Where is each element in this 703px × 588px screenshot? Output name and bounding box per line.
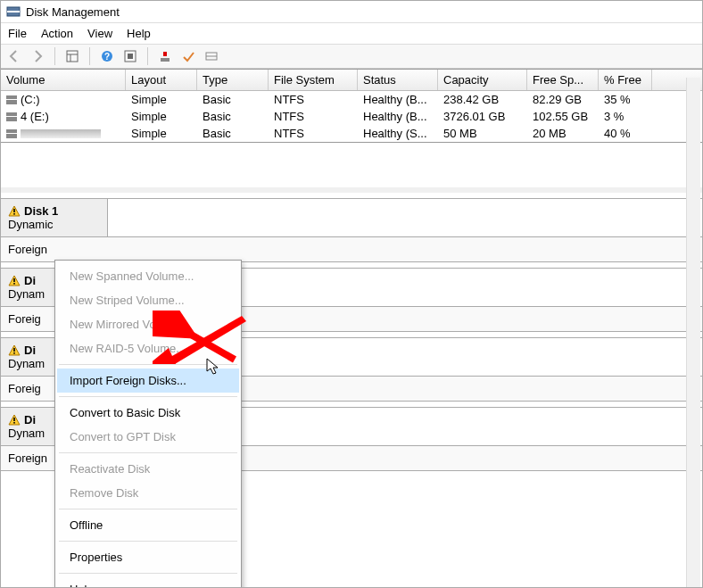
menu-remove[interactable]: Remove Disk: [57, 481, 239, 505]
warning-icon: [8, 344, 21, 357]
header-status[interactable]: Status: [358, 70, 438, 90]
menu-help[interactable]: Help: [57, 577, 239, 588]
menu-new-spanned[interactable]: New Spanned Volume...: [57, 264, 239, 288]
volume-header-row: Volume Layout Type File System Status Ca…: [1, 70, 702, 91]
warning-icon: [8, 414, 21, 427]
back-button[interactable]: [4, 46, 24, 66]
svg-rect-19: [13, 422, 15, 424]
svg-rect-2: [67, 51, 78, 62]
svg-rect-1: [7, 11, 20, 12]
warning-icon: [8, 275, 21, 287]
toolbar: ?: [1, 45, 702, 69]
svg-rect-14: [13, 278, 15, 282]
svg-rect-16: [13, 348, 15, 352]
table-row[interactable]: (C:)SimpleBasicNTFSHealthy (B...238.42 G…: [1, 91, 702, 108]
menu-action[interactable]: Action: [41, 27, 73, 40]
forward-button[interactable]: [28, 46, 47, 66]
header-volume[interactable]: Volume: [1, 70, 126, 90]
drive-icon: [6, 112, 17, 121]
table-row[interactable]: 4 (E:)SimpleBasicNTFSHealthy (B...3726.0…: [1, 108, 702, 125]
menu-convert-basic[interactable]: Convert to Basic Disk: [57, 401, 239, 425]
header-capacity[interactable]: Capacity: [438, 70, 527, 90]
menu-file[interactable]: File: [8, 27, 27, 40]
menu-offline[interactable]: Offline: [57, 513, 239, 537]
svg-line-20: [161, 318, 235, 360]
window-title: Disk Management: [26, 5, 120, 19]
svg-text:?: ?: [104, 52, 110, 62]
cursor-icon: [206, 358, 222, 376]
action-button-3[interactable]: [202, 46, 221, 66]
menu-help[interactable]: Help: [127, 27, 151, 40]
drive-icon: [6, 129, 17, 138]
table-row[interactable]: SimpleBasicNTFSHealthy (S...50 MB20 MB40…: [1, 125, 702, 142]
svg-rect-8: [128, 54, 133, 59]
header-type[interactable]: Type: [197, 70, 269, 90]
svg-rect-18: [13, 418, 15, 421]
app-icon: [6, 4, 21, 19]
disk-block[interactable]: Disk 1DynamicForeign: [1, 198, 702, 262]
menu-view[interactable]: View: [87, 27, 112, 40]
menu-new-striped[interactable]: New Striped Volume...: [57, 288, 239, 312]
annotation-arrow: [153, 311, 251, 373]
action-button-1[interactable]: [155, 46, 175, 66]
svg-rect-17: [13, 352, 15, 354]
svg-rect-12: [13, 209, 15, 212]
svg-rect-9: [161, 58, 170, 62]
help-button[interactable]: ?: [97, 46, 117, 66]
scrollbar[interactable]: [686, 78, 700, 587]
menu-properties[interactable]: Properties: [57, 545, 239, 569]
disk-management-window: Disk Management File Action View Help ?: [0, 0, 703, 588]
drive-icon: [6, 95, 17, 104]
settings-button[interactable]: [120, 46, 140, 66]
menu-reactivate[interactable]: Reactivate Disk: [57, 457, 239, 481]
header-layout[interactable]: Layout: [126, 70, 197, 90]
menu-convert-gpt[interactable]: Convert to GPT Disk: [57, 425, 239, 449]
context-menu: New Spanned Volume... New Striped Volume…: [54, 260, 242, 588]
header-fs[interactable]: File System: [269, 70, 358, 90]
action-button-2[interactable]: [178, 46, 198, 66]
header-pctfree[interactable]: % Free: [599, 70, 652, 90]
svg-rect-15: [13, 283, 15, 285]
warning-icon: [8, 205, 21, 218]
header-freespace[interactable]: Free Sp...: [527, 70, 599, 90]
menubar: File Action View Help: [1, 23, 702, 45]
volume-list: Volume Layout Type File System Status Ca…: [1, 69, 702, 143]
view-button[interactable]: [62, 46, 82, 66]
titlebar: Disk Management: [1, 1, 702, 23]
svg-rect-13: [13, 213, 15, 215]
